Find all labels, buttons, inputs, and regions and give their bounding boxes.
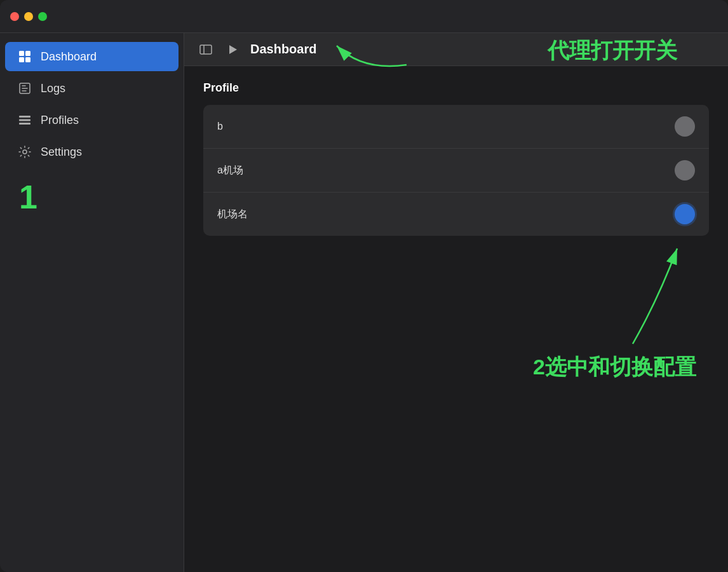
logs-icon (17, 80, 33, 97)
maximize-button[interactable] (38, 12, 47, 21)
annotation-top-text: 代理打开开关 (548, 36, 677, 65)
svg-rect-0 (19, 51, 24, 56)
page-title: Dashboard (250, 42, 316, 57)
dashboard-icon (17, 48, 33, 65)
annotation-number-1: 1 (0, 168, 184, 226)
traffic-lights (10, 12, 47, 21)
svg-rect-4 (19, 116, 30, 118)
titlebar (0, 0, 728, 33)
profile-row-1[interactable]: a机场 (203, 149, 709, 193)
profile-name-0: b (217, 121, 223, 132)
svg-rect-6 (19, 123, 30, 125)
arrow-annotation-2 (518, 236, 709, 363)
sidebar-item-label: Logs (41, 82, 65, 95)
svg-point-7 (23, 150, 27, 154)
profile-section: Profile b a机场 机场名 (184, 66, 728, 572)
sidebar-item-logs[interactable]: Logs (5, 74, 179, 103)
profile-name-2: 机场名 (217, 208, 248, 221)
sidebar: Dashboard Logs (0, 33, 184, 572)
profile-section-label: Profile (203, 81, 709, 95)
sidebar-item-label: Profiles (41, 114, 79, 127)
settings-icon (17, 144, 33, 160)
svg-rect-5 (19, 119, 30, 121)
play-button[interactable] (224, 41, 241, 58)
main-layout: Dashboard Logs (0, 33, 728, 572)
profile-name-1: a机场 (217, 164, 243, 177)
close-button[interactable] (10, 12, 19, 21)
profile-row-2[interactable]: 机场名 (203, 193, 709, 236)
svg-rect-8 (200, 45, 212, 54)
svg-marker-10 (229, 45, 237, 54)
profiles-list: b a机场 机场名 (203, 105, 709, 236)
profiles-icon (17, 112, 33, 128)
svg-rect-2 (19, 57, 24, 62)
sidebar-item-profiles[interactable]: Profiles (5, 106, 179, 135)
sidebar-toggle-button[interactable] (197, 41, 215, 58)
sidebar-item-label: Dashboard (41, 50, 97, 64)
bottom-annotation-area: 2选中和切换配置 (203, 236, 709, 414)
profile-toggle-1[interactable] (675, 160, 695, 180)
content-header: Dashboard 代理打开开关 (184, 33, 728, 66)
profile-row-0[interactable]: b (203, 105, 709, 149)
svg-rect-3 (25, 57, 30, 62)
content-area: Dashboard 代理打开开关 Profile (184, 33, 728, 572)
sidebar-item-dashboard[interactable]: Dashboard (5, 42, 179, 71)
annotation-bottom-text: 2选中和切换配置 (533, 353, 696, 382)
profile-toggle-0[interactable] (675, 116, 695, 137)
sidebar-item-label: Settings (41, 146, 82, 159)
app-window: Dashboard Logs (0, 0, 728, 572)
profile-toggle-2[interactable] (675, 204, 695, 224)
minimize-button[interactable] (24, 12, 33, 21)
svg-rect-1 (25, 51, 30, 56)
sidebar-item-settings[interactable]: Settings (5, 137, 179, 167)
